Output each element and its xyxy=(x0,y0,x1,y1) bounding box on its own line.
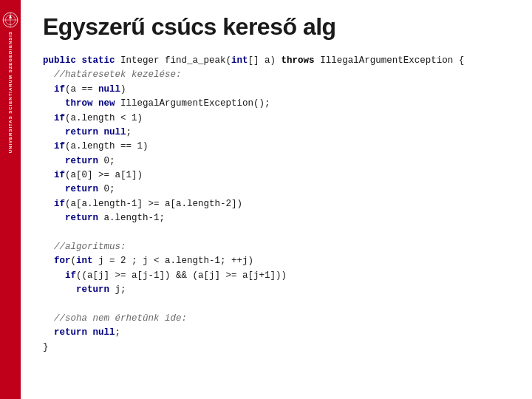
main-content: Egyszerű csúcs kereső alg public static … xyxy=(21,0,532,399)
left-sidebar: UNIVERSITAS SCIENTIARUM SZEGEDIENSIS xyxy=(0,0,21,399)
svg-marker-4 xyxy=(9,15,12,18)
code-block: public static Integer find_a_peak(int[] … xyxy=(43,54,510,355)
slide: UNIVERSITAS SCIENTIARUM SZEGEDIENSIS Egy… xyxy=(0,0,532,399)
university-text: UNIVERSITAS SCIENTIARUM SZEGEDIENSIS xyxy=(8,31,13,153)
university-emblem xyxy=(2,12,18,28)
slide-title: Egyszerű csúcs kereső alg xyxy=(43,13,510,41)
